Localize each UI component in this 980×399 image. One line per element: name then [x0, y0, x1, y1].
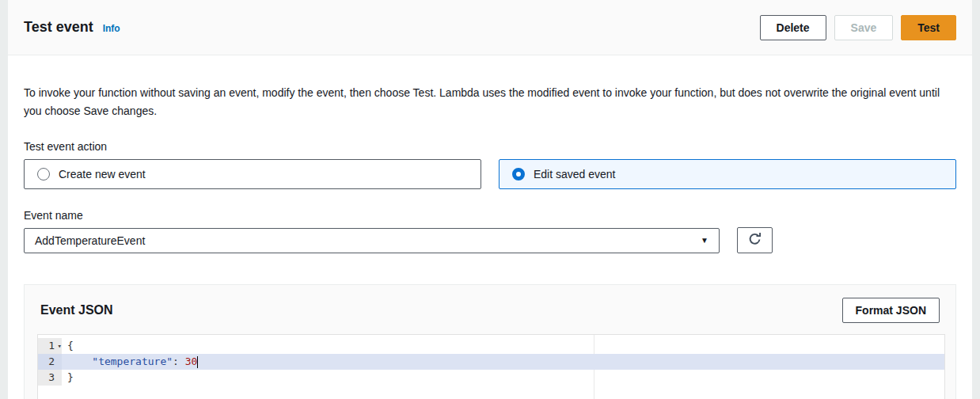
title-wrap: Test event Info: [24, 19, 120, 36]
format-json-button[interactable]: Format JSON: [842, 298, 940, 323]
chevron-down-icon: ▼: [701, 236, 708, 245]
code-line-content: {: [62, 338, 74, 354]
code-line[interactable]: 2 "temperature": 30: [38, 354, 944, 370]
code-token: "temperature": [92, 355, 173, 367]
radio-edit-saved-event[interactable]: Edit saved event: [499, 159, 956, 189]
line-number: 3: [38, 370, 62, 386]
code-token: }: [67, 371, 74, 383]
code-line[interactable]: 1▾{: [38, 338, 944, 354]
event-name-select[interactable]: AddTemperatureEvent ▼: [24, 228, 720, 253]
line-number: 1▾: [38, 338, 62, 354]
info-link[interactable]: Info: [103, 23, 120, 34]
event-name-label: Event name: [24, 209, 956, 222]
radio-label: Edit saved event: [534, 168, 616, 180]
test-event-action-label: Test event action: [24, 140, 956, 153]
code-token: {: [67, 340, 74, 352]
radio-selected-icon[interactable]: [512, 168, 525, 180]
description-text: To invoke your function without saving a…: [24, 84, 955, 120]
code-line-content: "temperature": 30: [62, 354, 198, 370]
test-button[interactable]: Test: [901, 15, 956, 40]
event-name-value: AddTemperatureEvent: [35, 234, 145, 247]
header-actions: Delete Save Test: [760, 15, 956, 40]
event-json-panel-header: Event JSON Format JSON: [25, 285, 955, 332]
refresh-button[interactable]: [737, 227, 773, 253]
refresh-icon: [748, 233, 762, 249]
code-token: :: [173, 355, 185, 367]
event-json-title: Event JSON: [40, 303, 113, 317]
test-event-action-group: Create new event Edit saved event: [24, 159, 956, 189]
page-header: Test event Info Delete Save Test: [8, 0, 972, 55]
code-token: 30: [185, 355, 198, 367]
line-number: 2: [38, 354, 62, 370]
code-line[interactable]: 3}: [38, 370, 944, 386]
code-token: [67, 355, 92, 367]
radio-unselected-icon[interactable]: [37, 168, 50, 180]
main-content: To invoke your function without saving a…: [8, 84, 972, 399]
page-title: Test event: [24, 19, 93, 36]
test-event-page: Test event Info Delete Save Test To invo…: [8, 0, 972, 399]
code-line-content: }: [62, 370, 74, 386]
fold-caret-icon[interactable]: ▾: [58, 338, 62, 354]
event-json-panel: Event JSON Format JSON 1▾{2 "temperature…: [24, 284, 956, 399]
text-cursor: [197, 356, 198, 368]
save-button[interactable]: Save: [834, 15, 894, 40]
delete-button[interactable]: Delete: [760, 15, 826, 40]
radio-label: Create new event: [59, 168, 146, 180]
event-name-row: AddTemperatureEvent ▼: [24, 227, 956, 253]
radio-create-new-event[interactable]: Create new event: [24, 159, 481, 189]
code-lines: 1▾{2 "temperature": 303}: [38, 335, 944, 386]
json-code-editor[interactable]: 1▾{2 "temperature": 303}: [37, 334, 945, 399]
